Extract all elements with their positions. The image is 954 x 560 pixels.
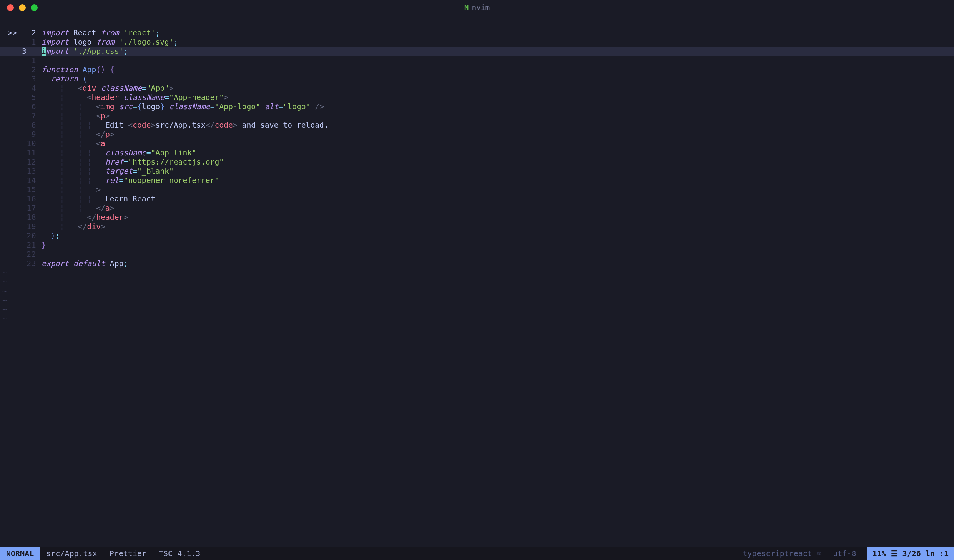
gutter: 7 [0, 111, 42, 121]
tilde-icon: ~ [0, 296, 7, 305]
react-icon: ⚛ [817, 549, 821, 557]
gutter: 19 [0, 222, 42, 231]
empty-line: ~ [0, 296, 954, 305]
filetype-indicator: typescriptreact ⚛ [736, 547, 827, 560]
code-line: 14 ¦ ¦ ¦ ¦ rel="noopener noreferrer" [0, 176, 954, 185]
code-line: 4 ¦ <div className="App"> [0, 84, 954, 93]
empty-line: ~ [0, 268, 954, 278]
gutter: 23 [0, 259, 42, 268]
gutter: 13 [0, 167, 42, 176]
code-line: 8 ¦ ¦ ¦ ¦ Edit <code>src/App.tsx</code> … [0, 121, 954, 130]
gutter: 2 [0, 65, 42, 75]
gutter: 18 [0, 213, 42, 222]
app-name: nvim [472, 3, 490, 12]
gutter: 21 [0, 241, 42, 250]
code-line: 2function App() { [0, 65, 954, 75]
gutter: 1 [0, 38, 42, 47]
empty-line: ~ [0, 287, 954, 296]
gutter: 3 [0, 75, 42, 84]
gutter: 14 [0, 176, 42, 185]
gutter: 4 [0, 84, 42, 93]
code-line: 12 ¦ ¦ ¦ ¦ href="https://reactjs.org" [0, 158, 954, 167]
code-line: 20 ); [0, 231, 954, 241]
tilde-icon: ~ [0, 278, 7, 287]
tilde-icon: ~ [0, 305, 7, 314]
gutter: 16 [0, 194, 42, 204]
code-line: 16 ¦ ¦ ¦ ¦ Learn React [0, 194, 954, 204]
column-indicator: ln :1 [926, 549, 949, 558]
code-line: 11 ¦ ¦ ¦ ¦ className="App-link" [0, 148, 954, 158]
gutter: 6 [0, 102, 42, 111]
code-line: 23export default App; [0, 259, 954, 268]
tilde-icon: ~ [0, 268, 7, 278]
gutter: 22 [0, 250, 42, 259]
tsc-version: TSC 4.1.3 [153, 547, 206, 560]
file-path: src/App.tsx [40, 547, 103, 560]
gutter: 3 [0, 47, 42, 56]
statusline: NORMAL src/App.tsx Prettier TSC 4.1.3 ty… [0, 547, 954, 560]
code-line: 19 ¦ </div> [0, 222, 954, 231]
editor-area[interactable]: >> 2import React from 'react'; 1import l… [0, 15, 954, 547]
code-line: 1import logo from './logo.svg'; [0, 38, 954, 47]
gutter: 10 [0, 139, 42, 148]
code-line: 21} [0, 241, 954, 250]
gutter: >> 2 [0, 28, 42, 38]
gutter: 11 [0, 148, 42, 158]
code-line: 9 ¦ ¦ ¦ </p> [0, 130, 954, 139]
gutter: 17 [0, 204, 42, 213]
code-line: 1 [0, 56, 954, 65]
minimize-window-button[interactable] [19, 4, 26, 11]
code-line: 17 ¦ ¦ ¦ </a> [0, 204, 954, 213]
gutter: 8 [0, 121, 42, 130]
code-line: 10 ¦ ¦ ¦ <a [0, 139, 954, 148]
code-line: 15 ¦ ¦ ¦ > [0, 185, 954, 194]
traffic-lights [7, 4, 38, 11]
code-line: 3 return ( [0, 75, 954, 84]
gutter: 12 [0, 158, 42, 167]
window-title: N nvim [464, 3, 490, 12]
hamburger-icon: ☰ [891, 549, 898, 558]
mode-indicator: NORMAL [0, 547, 40, 560]
empty-line: ~ [0, 314, 954, 324]
code-line: >> 2import React from 'react'; [0, 28, 954, 38]
code-line: 18 ¦ ¦ </header> [0, 213, 954, 222]
gutter: 1 [0, 56, 42, 65]
code-line: 22 [0, 250, 954, 259]
code-line: 5 ¦ ¦ <header className="App-header"> [0, 93, 954, 102]
encoding-indicator: utf-8 [827, 547, 867, 560]
line-count: 3/26 [902, 549, 921, 558]
scroll-percent: 11% [872, 549, 886, 558]
prettier-status: Prettier [103, 547, 153, 560]
code-line: 7 ¦ ¦ ¦ <p> [0, 111, 954, 121]
tilde-icon: ~ [0, 287, 7, 296]
nvim-icon: N [464, 3, 469, 12]
gutter: 9 [0, 130, 42, 139]
gutter: 20 [0, 231, 42, 241]
titlebar: N nvim [0, 0, 954, 15]
maximize-window-button[interactable] [31, 4, 38, 11]
empty-line: ~ [0, 278, 954, 287]
tilde-icon: ~ [0, 314, 7, 324]
gutter: 15 [0, 185, 42, 194]
code-line: 13 ¦ ¦ ¦ ¦ target="_blank" [0, 167, 954, 176]
code-line: 6 ¦ ¦ ¦ <img src={logo} className="App-l… [0, 102, 954, 111]
code-line-current: 3 import './App.css'; [0, 47, 954, 56]
empty-line: ~ [0, 305, 954, 314]
cursor: i [42, 47, 46, 56]
position-indicator: 11% ☰ 3/26 ln :1 [867, 547, 954, 560]
close-window-button[interactable] [7, 4, 14, 11]
gutter: 5 [0, 93, 42, 102]
